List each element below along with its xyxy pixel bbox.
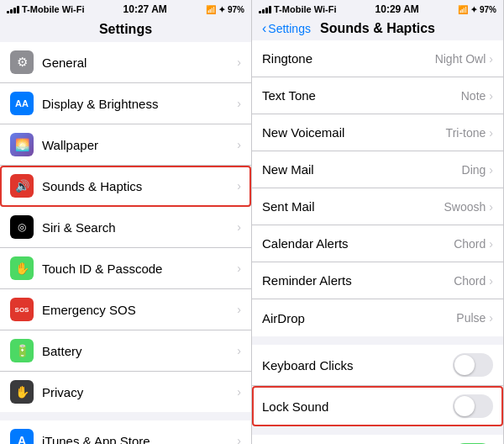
touchid-label: Touch ID & Passcode (42, 262, 237, 276)
sounds-list: Ringtone Night Owl › Text Tone Note › Ne… (252, 40, 503, 336)
texttone-chevron: › (489, 89, 493, 103)
settings-item-sounds[interactable]: 🔊 Sounds & Haptics › (0, 166, 251, 207)
reminderalerts-chevron: › (489, 274, 493, 288)
locksound-toggle[interactable] (453, 394, 493, 418)
toggle-keyboardclicks[interactable]: Keyboard Clicks (252, 345, 503, 386)
sounds-section: Ringtone Night Owl › Text Tone Note › Ne… (252, 40, 503, 336)
sounds-newvoicemail[interactable]: New Voicemail Tri-tone › (252, 114, 503, 151)
newvoicemail-value: Tri-tone (446, 126, 486, 140)
left-panel: T-Mobile Wi-Fi 10:27 AM 📶 ✦ 97% Settings… (0, 0, 252, 444)
airdrop-label: AirDrop (262, 311, 456, 325)
sos-label: Emergency SOS (42, 303, 237, 317)
toggles-section: Keyboard Clicks Lock Sound (252, 345, 503, 426)
left-scroll[interactable]: ⚙ General › AA Display & Brightness › (0, 42, 251, 444)
toggle-locksound[interactable]: Lock Sound (252, 386, 503, 426)
right-status-left: T-Mobile Wi-Fi (259, 4, 336, 14)
sounds-ringtone[interactable]: Ringtone Night Owl › (252, 40, 503, 77)
settings-item-wallpaper[interactable]: 🌅 Wallpaper › (0, 124, 251, 166)
reminderalerts-right: Chord › (454, 274, 493, 288)
calendaralerts-chevron: › (489, 237, 493, 251)
right-panel: T-Mobile Wi-Fi 10:29 AM 📶 ✦ 97% ‹ Settin… (252, 0, 504, 444)
texttone-right: Note › (461, 89, 493, 103)
settings-item-sos[interactable]: SOS Emergency SOS › (0, 289, 251, 330)
settings-item-touchid[interactable]: ✋ Touch ID & Passcode › (0, 248, 251, 289)
touchid-icon: ✋ (10, 256, 34, 280)
main-settings-list: ⚙ General › AA Display & Brightness › (0, 42, 251, 412)
itunes-icon: A (10, 429, 34, 444)
battery-level: 97% (228, 5, 244, 14)
battery-icon: 🔋 (10, 339, 34, 362)
sos-chevron: › (237, 303, 241, 316)
siri-label: Siri & Search (42, 220, 237, 235)
right-battery-level: 97% (480, 5, 496, 14)
calendaralerts-label: Calendar Alerts (262, 236, 454, 251)
siri-chevron: › (237, 220, 241, 234)
locksound-knob (454, 396, 475, 416)
left-time: 10:27 AM (123, 3, 167, 15)
sounds-newmail[interactable]: New Mail Ding › (252, 151, 503, 188)
wallpaper-icon: 🌅 (10, 133, 34, 156)
sounds-reminderalerts[interactable]: Reminder Alerts Chord › (252, 262, 503, 299)
toggle-systemhaptics[interactable]: System Haptics (252, 435, 503, 444)
airdrop-right: Pulse › (456, 311, 493, 325)
settings-item-privacy[interactable]: ✋ Privacy › (0, 372, 251, 412)
back-chevron-icon: ‹ (262, 22, 266, 35)
sentmail-right: Swoosh › (444, 200, 493, 214)
touchid-right: › (237, 262, 241, 275)
calendaralerts-right: Chord › (454, 237, 493, 251)
toggles-list: Keyboard Clicks Lock Sound (252, 345, 503, 426)
newvoicemail-label: New Voicemail (262, 125, 446, 140)
keyboardclicks-label: Keyboard Clicks (262, 358, 453, 373)
bottom-settings-list: A iTunes & App Store › 💳 Wallet & Apple … (0, 420, 251, 444)
left-carrier: T-Mobile Wi-Fi (22, 4, 84, 14)
settings-item-itunes[interactable]: A iTunes & App Store › (0, 420, 251, 444)
display-label: Display & Brightness (42, 97, 237, 111)
keyboardclicks-toggle[interactable] (453, 353, 493, 377)
texttone-value: Note (461, 89, 486, 103)
airdrop-chevron: › (489, 311, 493, 325)
sounds-right: › (237, 179, 241, 193)
ringtone-right: Night Owl › (435, 52, 493, 66)
texttone-label: Text Tone (262, 88, 461, 103)
general-chevron: › (237, 56, 241, 69)
right-carrier: T-Mobile Wi-Fi (274, 4, 336, 14)
general-label: General (42, 56, 237, 70)
bluetooth-icon: ✦ (218, 5, 225, 14)
sounds-sentmail[interactable]: Sent Mail Swoosh › (252, 188, 503, 225)
haptics-list: System Haptics (252, 435, 503, 444)
wallpaper-right: › (237, 138, 241, 151)
newmail-label: New Mail (262, 162, 462, 177)
back-label: Settings (268, 22, 311, 35)
privacy-label: Privacy (42, 385, 237, 399)
right-title: Sounds & Haptics (320, 21, 435, 36)
sos-icon: SOS (10, 298, 34, 321)
battery-label: Battery (42, 344, 237, 358)
sentmail-value: Swoosh (444, 200, 486, 214)
right-scroll[interactable]: Ringtone Night Owl › Text Tone Note › Ne… (252, 40, 503, 444)
keyboardclicks-knob (454, 355, 475, 375)
ringtone-chevron: › (489, 52, 493, 66)
newvoicemail-right: Tri-tone › (446, 126, 493, 140)
settings-item-siri[interactable]: ◎ Siri & Search › (0, 207, 251, 248)
itunes-chevron: › (237, 434, 241, 444)
settings-item-general[interactable]: ⚙ General › (0, 42, 251, 83)
sounds-calendaralerts[interactable]: Calendar Alerts Chord › (252, 225, 503, 262)
newmail-value: Ding (462, 163, 486, 177)
sounds-chevron: › (237, 179, 241, 193)
back-button[interactable]: ‹ Settings (262, 22, 311, 35)
sentmail-chevron: › (489, 200, 493, 214)
touchid-chevron: › (237, 262, 241, 275)
settings-item-display[interactable]: AA Display & Brightness › (0, 83, 251, 124)
right-wifi-icon: 📶 (458, 5, 468, 14)
right-status-bar: T-Mobile Wi-Fi 10:29 AM 📶 ✦ 97% (252, 0, 503, 17)
wallpaper-chevron: › (237, 138, 241, 151)
sounds-texttone[interactable]: Text Tone Note › (252, 77, 503, 114)
settings-item-battery[interactable]: 🔋 Battery › (0, 330, 251, 372)
left-title: Settings (99, 22, 152, 36)
itunes-label: iTunes & App Store (42, 434, 237, 445)
signal-icon (7, 5, 19, 13)
left-status-left: T-Mobile Wi-Fi (7, 4, 84, 14)
itunes-right: › (237, 434, 241, 444)
wallpaper-label: Wallpaper (42, 138, 237, 152)
sounds-airdrop[interactable]: AirDrop Pulse › (252, 299, 503, 336)
